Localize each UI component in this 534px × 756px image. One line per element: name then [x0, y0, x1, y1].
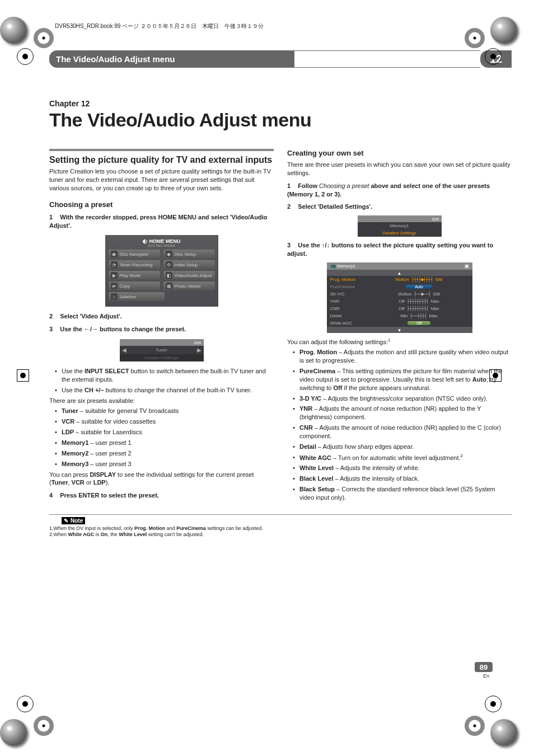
step-text: Select 'Video Adjust'. [60, 313, 121, 320]
step-text: Press ENTER to select the preset. [60, 492, 159, 499]
section-intro-picture-quality: Picture Creation lets you choose a set o… [49, 167, 274, 192]
b: VCR [62, 418, 74, 425]
l: Min [400, 313, 407, 318]
reg-dot-tl [34, 28, 54, 48]
section-heading-picture-quality: Setting the picture quality for TV and e… [49, 149, 274, 165]
b: 3-D Y/C [299, 395, 321, 402]
t2: buttons to change the channel of the bui… [104, 387, 252, 393]
detailed-settings-label: Detailed Settings [122, 355, 202, 360]
t: – suitable for video cassettes [74, 418, 156, 425]
r: Still [435, 277, 442, 282]
b2: Tuner [51, 479, 68, 486]
item-white-agc: White AGC – Turn on for automatic white … [293, 453, 512, 462]
b: DISPLAY [90, 471, 116, 478]
header-title: The Video/Audio Adjust menu [49, 50, 294, 68]
b2: PureCinema [176, 525, 206, 531]
preset-ui: 2ch ◀Tuner▶ Detailed Settings [120, 339, 204, 361]
step-num: 2 [49, 313, 53, 320]
step-text: With the recorder stopped, press [60, 214, 158, 220]
t2: and [165, 525, 176, 531]
menu-label: Disc Setup [175, 252, 196, 257]
slider-icon: ├┼┼┼┼┼┼┼┤ [407, 299, 429, 304]
l: Motion [398, 292, 411, 297]
t: 2.When [49, 532, 68, 537]
corner-ball-tl [0, 17, 27, 44]
home-menu-screenshot: ◐HOME MENU DVD RECORDER ◉Disc Navigator … [105, 235, 218, 307]
pencil-icon: ✎ [64, 518, 68, 524]
row-cnr: CNROff├┼┼┼┼┼┼┼┤Max [327, 305, 472, 312]
b: CH +/– [85, 387, 104, 393]
lab: PureCinema [330, 284, 369, 289]
slider-icon: ├──●──┤ [414, 292, 430, 297]
subsection-creating-own-set: Creating your own set [287, 149, 512, 157]
reg-dot-bl [34, 716, 54, 736]
subsection-choosing-preset: Choosing a preset [49, 200, 274, 209]
presets-intro: There are six presets available: [49, 397, 274, 405]
memory-preset-ui: 2ch Memory1 Detailed Settings [358, 215, 442, 237]
footnote-ref: 1 [388, 337, 390, 342]
chapter-title: The Video/Audio Adjust menu [49, 109, 512, 131]
b: Detail [299, 443, 316, 450]
row-detail: DetailMin├──┼┼┼┤Max [327, 312, 472, 320]
btn: Auto [406, 285, 432, 289]
step-2-own-set: 2 Select 'Detailed Settings'. [287, 203, 512, 211]
home-menu-title: ◐HOME MENU [109, 238, 215, 244]
preset-value: Tuner [127, 348, 197, 353]
b3: White Level [119, 532, 147, 537]
step-num: 3 [287, 242, 291, 248]
menu-initial-setup: ⚙Initial Setup [163, 260, 215, 269]
step-2-choosing-preset: 2 Select 'Video Adjust'. [49, 312, 274, 321]
step-num: 4 [49, 492, 53, 499]
memory-detail-panel: 📺 Memory1▣ ▲ Prog. MotionMotion├┼┼┼●┼┼┼┤… [327, 262, 472, 333]
chapter-label: Chapter 12 [49, 99, 512, 108]
t5: ). [106, 479, 110, 486]
menu-play-mode: ▶Play Mode [109, 271, 160, 280]
slider-icon: ├┼┼┼●┼┼┼┤ [411, 277, 433, 282]
arrow-right-icon: ▶ [197, 347, 202, 353]
t: – Adjusts the amount of noise reduction … [299, 405, 481, 420]
lab: YNR [330, 299, 369, 304]
footnote-rule [49, 514, 512, 515]
preset-memory3: Memory3 – user preset 3 [55, 460, 274, 468]
corner-ball-tr [490, 17, 517, 44]
footnote-ref: 2 [461, 453, 463, 458]
t3: , the [107, 532, 119, 537]
channels-label: 2ch [432, 217, 439, 222]
menu-label: Video/Audio Adjust [175, 273, 212, 278]
row-prog-motion: Prog. MotionMotion├┼┼┼●┼┼┼┤Still [327, 276, 472, 283]
page-lang: En [483, 673, 489, 679]
bullet-ch-buttons: Use the CH +/– buttons to change the cha… [55, 386, 274, 395]
preset-ldp: LDP – suitable for Laserdiscs [55, 428, 274, 436]
footnotes: 1.When the DV input is selected, only Pr… [49, 525, 512, 538]
menu-jukebox: ♪Jukebox [109, 292, 165, 301]
item-3dyc: 3-D Y/C – Adjusts the brightness/color s… [293, 395, 512, 403]
menu-label: Photo Viewer [175, 284, 201, 289]
footnote-2: 2.When White AGC is On, the White Level … [49, 532, 512, 538]
item-detail: Detail – Adjusts how sharp edges appear. [293, 443, 512, 451]
menu-disc-navigator: ◉Disc Navigator [109, 250, 160, 259]
adjust-intro: You can adjust the following settings:1 [287, 337, 512, 346]
ref: Choosing a preset [319, 182, 369, 189]
lab: Prog. Motion [330, 277, 369, 282]
step-4-choosing-preset: 4 Press ENTER to select the preset. [49, 491, 274, 500]
close-icon: ▣ [465, 264, 469, 269]
lab: White AGC [330, 321, 369, 326]
own-set-intro: There are three user presets in which yo… [287, 161, 512, 177]
step-3-own-set: 3 Use the ↑/↓ buttons to select the pict… [287, 241, 512, 258]
book-line: DVR530HS_RDR.book 89 ページ ２００５年５月２６日 木曜日 … [55, 22, 512, 30]
step-text-a: Use the [60, 326, 84, 332]
t: Use the [298, 242, 322, 248]
r: Max [431, 299, 439, 304]
step-num: 1 [287, 182, 291, 189]
b: Black Setup [299, 486, 335, 492]
b: Tuner [62, 407, 78, 414]
step-1-own-set: 1 Follow Choosing a preset above and sel… [287, 182, 512, 199]
note-label-text: Note [71, 518, 83, 524]
tv-icon: 📺 Memory1 [330, 264, 356, 269]
home-menu-title-text: HOME MENU [149, 238, 181, 244]
display-tip: You can press DISPLAY to see the individ… [49, 471, 274, 487]
disc-icon: ◉ [111, 251, 118, 257]
t: Follow [298, 182, 319, 189]
t: – Adjusts the intensity of black. [334, 475, 419, 482]
b: White AGC [299, 454, 331, 461]
